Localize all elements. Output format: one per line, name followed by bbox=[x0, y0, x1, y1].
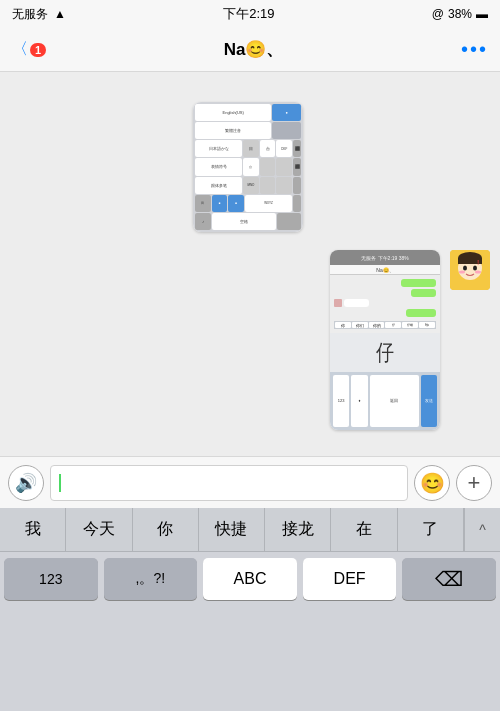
screenshot-bubble-2: 无服务 下午2:19 38% Na😊、 你 你们 你的 bbox=[330, 250, 440, 430]
message-row-2: 无服务 下午2:19 38% Na😊、 你 你们 你的 bbox=[330, 250, 490, 430]
key-123[interactable]: 123 bbox=[4, 558, 98, 600]
chevron-left-icon: 〈 bbox=[12, 39, 28, 60]
chevron-up-icon[interactable]: ^ bbox=[464, 508, 500, 551]
svg-point-6 bbox=[459, 271, 465, 274]
add-button[interactable]: + bbox=[456, 465, 492, 501]
status-time: 下午2:19 bbox=[223, 5, 274, 23]
delete-key[interactable]: ⌫ bbox=[402, 558, 496, 600]
mini-bottom-keyboard: 123 ♦ 返回 发送 bbox=[330, 372, 440, 430]
nav-bar: 〈 1 Na😊、 ••• bbox=[0, 28, 500, 72]
message-row-1: English(US) ● 繁體注音 日本語かな 目 台 DEF ⬛ 表情符号 … bbox=[193, 102, 307, 232]
input-bar: 🔊 😊 + bbox=[0, 456, 500, 508]
screenshot-bubble-1: English(US) ● 繁體注音 日本語かな 目 台 DEF ⬛ 表情符号 … bbox=[193, 102, 303, 232]
mini-chat-body: 你 你们 你的 仔 仔细 f你 bbox=[330, 275, 440, 333]
svg-point-7 bbox=[475, 271, 481, 274]
location-icon: @ bbox=[432, 7, 444, 21]
voice-button[interactable]: 🔊 bbox=[8, 465, 44, 501]
mini-chat-statusbar: 无服务 下午2:19 38% bbox=[330, 250, 440, 265]
svg-point-4 bbox=[463, 266, 467, 271]
mini-handwriting: 仔 bbox=[330, 333, 440, 372]
back-button[interactable]: 〈 1 bbox=[12, 39, 46, 60]
status-left: 无服务 ▲ bbox=[12, 6, 66, 23]
emoji-button[interactable]: 😊 bbox=[414, 465, 450, 501]
keyboard: 我 今天 你 快捷 接龙 在 了 ^ 123 ,。?! ABC DEF ⌫ 英文… bbox=[0, 508, 500, 711]
chat-title: Na😊、 bbox=[224, 38, 284, 61]
key-symbols[interactable]: ,。?! bbox=[104, 558, 198, 600]
pred-快捷[interactable]: 快捷 bbox=[199, 508, 265, 551]
pred-我[interactable]: 我 bbox=[0, 508, 66, 551]
key-row-1: 123 ,。?! ABC DEF ⌫ bbox=[0, 552, 500, 711]
voice-icon: 🔊 bbox=[15, 472, 37, 494]
pred-今天[interactable]: 今天 bbox=[66, 508, 132, 551]
pred-你[interactable]: 你 bbox=[133, 508, 199, 551]
more-button[interactable]: ••• bbox=[461, 38, 488, 61]
avatar: ! bbox=[450, 250, 490, 290]
battery-label: 38% bbox=[448, 7, 472, 21]
wifi-icon: ▲ bbox=[54, 7, 66, 21]
add-icon: + bbox=[468, 470, 481, 496]
status-bar: 无服务 ▲ 下午2:19 @ 38% ▬ bbox=[0, 0, 500, 28]
key-abc[interactable]: ABC bbox=[203, 558, 297, 600]
handwriting-char: 仔 bbox=[376, 338, 394, 368]
svg-text:!: ! bbox=[477, 258, 479, 267]
message-input[interactable] bbox=[50, 465, 408, 501]
carrier-label: 无服务 bbox=[12, 6, 48, 23]
battery-icon: ▬ bbox=[476, 7, 488, 21]
text-cursor bbox=[59, 474, 61, 492]
predictive-bar: 我 今天 你 快捷 接龙 在 了 ^ bbox=[0, 508, 500, 552]
key-def[interactable]: DEF bbox=[303, 558, 397, 600]
unread-badge: 1 bbox=[30, 43, 46, 57]
avatar-image: ! bbox=[450, 250, 490, 290]
mini-keyboard: English(US) ● 繁體注音 日本語かな 目 台 DEF ⬛ 表情符号 … bbox=[193, 102, 303, 232]
emoji-icon: 😊 bbox=[420, 471, 445, 495]
chat-area: English(US) ● 繁體注音 日本語かな 目 台 DEF ⬛ 表情符号 … bbox=[0, 72, 500, 456]
pred-接龙[interactable]: 接龙 bbox=[265, 508, 331, 551]
status-right: @ 38% ▬ bbox=[432, 7, 488, 21]
pred-了[interactable]: 了 bbox=[398, 508, 464, 551]
pred-在[interactable]: 在 bbox=[331, 508, 397, 551]
